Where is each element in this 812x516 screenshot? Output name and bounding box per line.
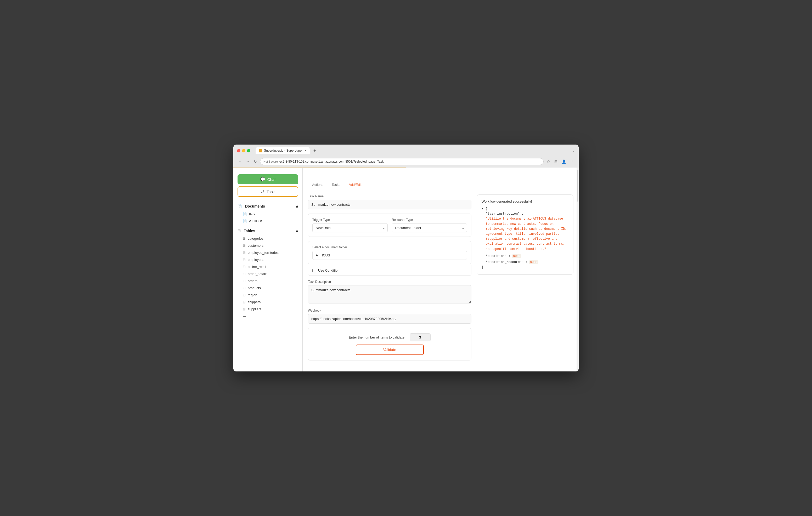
maximize-traffic-light[interactable] bbox=[247, 149, 250, 152]
bookmark-icon[interactable]: ☆ bbox=[546, 158, 551, 165]
url-display: ec2-3-80-113-102.compute-1.amazonaws.com… bbox=[280, 160, 384, 163]
sidebar-item-products[interactable]: ⊞ products bbox=[233, 284, 302, 292]
sidebar-item-more[interactable]: — bbox=[233, 313, 302, 320]
menu-icon[interactable]: ⋮ bbox=[569, 158, 575, 165]
suppliers-table-icon: ⊞ bbox=[243, 307, 245, 311]
irs-doc-icon: 📄 bbox=[243, 212, 247, 216]
new-tab-button[interactable]: + bbox=[311, 147, 318, 154]
employee-territories-label: employee_territories bbox=[248, 251, 279, 254]
documents-header[interactable]: 📄 Documents ∧ bbox=[233, 202, 302, 210]
form-area: Task Name Trigger Type New Data ⌄ bbox=[303, 194, 579, 361]
employee-territories-table-icon: ⊞ bbox=[243, 251, 245, 254]
validate-button[interactable]: Validate bbox=[356, 344, 424, 355]
documents-section: 📄 Documents ∧ 📄 IRS 📄 ATTICUS bbox=[233, 201, 302, 225]
sidebar-item-employees[interactable]: ⊞ employees bbox=[233, 256, 302, 263]
forward-button[interactable]: → bbox=[245, 158, 251, 165]
tab-chevron-icon[interactable]: ⌄ bbox=[572, 149, 575, 152]
task-button[interactable]: ⇄ Task bbox=[237, 186, 298, 197]
form-left: Task Name Trigger Type New Data ⌄ bbox=[308, 194, 471, 361]
order-details-label: order_details bbox=[248, 272, 267, 276]
tables-collapse-icon[interactable]: ∧ bbox=[296, 229, 298, 233]
categories-table-icon: ⊞ bbox=[243, 237, 245, 241]
webhook-input[interactable] bbox=[308, 314, 471, 324]
tab-bar: S Superduper.io - Superduper ✕ + ⌄ bbox=[256, 147, 575, 154]
tab-close-icon[interactable]: ✕ bbox=[304, 149, 307, 152]
address-bar[interactable]: Not Secure ec2-3-80-113-102.compute-1.am… bbox=[260, 158, 544, 165]
folder-select[interactable]: ATTICUS bbox=[312, 251, 467, 260]
suppliers-label: suppliers bbox=[248, 307, 261, 311]
close-traffic-light[interactable] bbox=[237, 149, 240, 152]
trigger-type-label: Trigger Type bbox=[312, 218, 388, 222]
tab-navigation: Actions Tasks Add/Edit bbox=[303, 179, 579, 189]
order-details-table-icon: ⊞ bbox=[243, 272, 245, 276]
tables-header[interactable]: ⊞ Tables ∧ bbox=[233, 226, 302, 235]
trigger-type-select[interactable]: New Data bbox=[312, 223, 388, 232]
scrollbar-track bbox=[577, 168, 579, 371]
validate-label: Enter the number of items to validate: bbox=[349, 335, 405, 339]
validate-row: Enter the number of items to validate: bbox=[312, 333, 467, 341]
tab-actions[interactable]: Actions bbox=[308, 181, 327, 189]
sidebar-item-order-details[interactable]: ⊞ order_details bbox=[233, 270, 302, 277]
minimize-traffic-light[interactable] bbox=[242, 149, 245, 152]
resource-type-select-wrapper: Document Folder ⌄ bbox=[392, 223, 467, 232]
validate-section: Enter the number of items to validate: V… bbox=[308, 328, 471, 361]
customers-label: customers bbox=[248, 244, 263, 247]
task-desc-group: Task Description Summarize new contracts bbox=[308, 280, 471, 305]
main-header-actions: ⋮ bbox=[303, 168, 579, 179]
tables-label: Tables bbox=[244, 229, 255, 233]
shippers-label: shippers bbox=[248, 300, 261, 304]
validate-number-input[interactable] bbox=[410, 333, 431, 341]
browser-toolbar: ← → ↻ Not Secure ec2-3-80-113-102.comput… bbox=[237, 156, 575, 168]
chat-button[interactable]: 💬 Chat bbox=[237, 174, 298, 184]
extensions-icon[interactable]: ⊞ bbox=[553, 158, 558, 165]
sidebar-item-shippers[interactable]: ⊞ shippers bbox=[233, 299, 302, 306]
trigger-resource-row: Trigger Type New Data ⌄ Resource Type bbox=[308, 214, 471, 237]
back-button[interactable]: ← bbox=[237, 158, 243, 165]
task-name-group: Task Name bbox=[308, 194, 471, 209]
folder-select-group: Select a document folder ATTICUS ⌄ bbox=[308, 241, 471, 264]
atticus-label: ATTICUS bbox=[249, 219, 263, 223]
tables-icon: ⊞ bbox=[237, 229, 241, 233]
more-options-button[interactable]: ⋮ bbox=[564, 171, 573, 179]
task-desc-textarea[interactable]: Summarize new contracts bbox=[308, 285, 471, 303]
task-name-input[interactable] bbox=[308, 200, 471, 209]
folder-select-wrapper: ATTICUS ⌄ bbox=[312, 251, 467, 260]
employees-label: employees bbox=[248, 258, 264, 262]
tab-add-edit[interactable]: Add/Edit bbox=[345, 181, 366, 189]
orders-table-icon: ⊞ bbox=[243, 279, 245, 283]
use-condition-label: Use Condition bbox=[318, 269, 340, 272]
sidebar-item-customers[interactable]: ⊞ customers bbox=[233, 242, 302, 249]
sidebar-item-suppliers[interactable]: ⊞ suppliers bbox=[233, 306, 302, 313]
browser-tab[interactable]: S Superduper.io - Superduper ✕ bbox=[256, 147, 310, 154]
condition-resource-null-value: NULL bbox=[529, 260, 538, 264]
documents-collapse-icon[interactable]: ∧ bbox=[296, 204, 298, 208]
resource-type-select[interactable]: Document Folder bbox=[392, 223, 467, 232]
sidebar-item-online-retail[interactable]: ⊞ online_retail bbox=[233, 263, 302, 270]
more-tables-icon: — bbox=[243, 314, 246, 318]
chat-label: Chat bbox=[267, 177, 276, 182]
task-label: Task bbox=[267, 189, 275, 194]
task-instruction-key: "task_instruction" bbox=[486, 212, 520, 216]
chat-icon: 💬 bbox=[260, 177, 265, 182]
sidebar-item-atticus[interactable]: 📄 ATTICUS bbox=[233, 217, 302, 224]
webhook-group: Webhook bbox=[308, 309, 471, 324]
resource-type-label: Resource Type bbox=[392, 218, 467, 222]
sidebar-item-orders[interactable]: ⊞ orders bbox=[233, 277, 302, 284]
condition-null-value: NULL bbox=[512, 254, 521, 258]
scrollbar-thumb[interactable] bbox=[577, 170, 578, 202]
task-desc-label: Task Description bbox=[308, 280, 471, 284]
use-condition-checkbox[interactable] bbox=[312, 269, 316, 272]
customers-table-icon: ⊞ bbox=[243, 244, 245, 247]
sidebar-item-employee-territories[interactable]: ⊞ employee_territories bbox=[233, 249, 302, 256]
use-condition-row: Use Condition bbox=[308, 265, 471, 276]
reload-button[interactable]: ↻ bbox=[253, 158, 258, 165]
sidebar-item-irs[interactable]: 📄 IRS bbox=[233, 210, 302, 217]
employees-table-icon: ⊞ bbox=[243, 258, 245, 262]
main-content: ⋮ Actions Tasks Add/Edit Tas bbox=[303, 168, 579, 371]
sidebar-item-region[interactable]: ⊞ region bbox=[233, 292, 302, 299]
sidebar-item-categories[interactable]: ⊞ categories bbox=[233, 235, 302, 242]
profile-icon[interactable]: 👤 bbox=[560, 158, 567, 165]
tab-favicon: S bbox=[259, 149, 262, 152]
task-icon: ⇄ bbox=[261, 189, 264, 194]
tab-tasks[interactable]: Tasks bbox=[327, 181, 345, 189]
